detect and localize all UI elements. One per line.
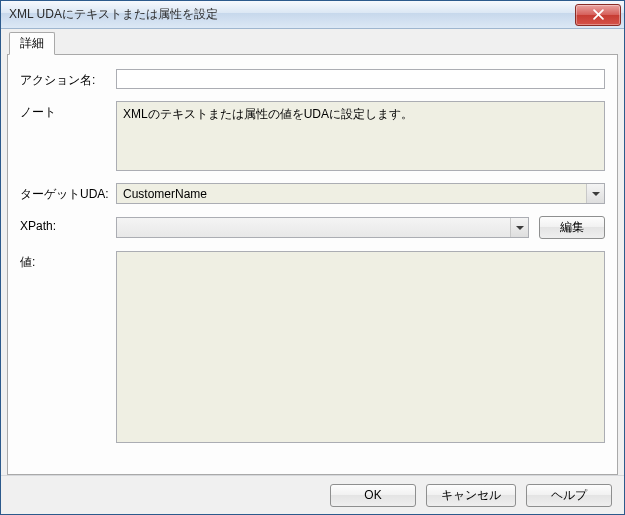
- tab-detail-label: 詳細: [20, 36, 44, 50]
- value-textarea[interactable]: [116, 251, 605, 443]
- row-value: 値:: [20, 251, 605, 443]
- row-xpath: XPath: 編集: [20, 216, 605, 239]
- chevron-down-icon: [586, 184, 604, 203]
- close-button[interactable]: [575, 4, 621, 26]
- row-target-uda: ターゲットUDA: CustomerName: [20, 183, 605, 204]
- close-icon: [593, 9, 604, 20]
- title-bar: XML UDAにテキストまたは属性を設定: [1, 1, 624, 29]
- ok-button[interactable]: OK: [330, 484, 416, 507]
- action-name-input[interactable]: [116, 69, 605, 89]
- tab-strip: 詳細: [7, 35, 618, 55]
- label-target-uda: ターゲットUDA:: [20, 183, 116, 203]
- content-area: 詳細 アクション名: ノート XMLのテキストまたは属性の値をUDAに設定します…: [1, 29, 624, 475]
- row-action-name: アクション名:: [20, 69, 605, 89]
- label-action-name: アクション名:: [20, 69, 116, 89]
- note-textarea[interactable]: XMLのテキストまたは属性の値をUDAに設定します。: [116, 101, 605, 171]
- cancel-button-label: キャンセル: [441, 488, 501, 502]
- target-uda-selected: CustomerName: [123, 187, 207, 201]
- edit-button[interactable]: 編集: [539, 216, 605, 239]
- window-title: XML UDAにテキストまたは属性を設定: [9, 6, 575, 23]
- help-button[interactable]: ヘルプ: [526, 484, 612, 507]
- tab-detail[interactable]: 詳細: [9, 32, 55, 55]
- ok-button-label: OK: [364, 488, 381, 502]
- edit-button-label: 編集: [560, 220, 584, 234]
- help-button-label: ヘルプ: [551, 488, 587, 502]
- cancel-button[interactable]: キャンセル: [426, 484, 516, 507]
- tab-panel-detail: アクション名: ノート XMLのテキストまたは属性の値をUDAに設定します。 タ…: [7, 54, 618, 475]
- dialog-footer: OK キャンセル ヘルプ: [1, 475, 624, 514]
- label-note: ノート: [20, 101, 116, 121]
- row-note: ノート XMLのテキストまたは属性の値をUDAに設定します。: [20, 101, 605, 171]
- target-uda-combobox[interactable]: CustomerName: [116, 183, 605, 204]
- dialog-window: XML UDAにテキストまたは属性を設定 詳細 アクション名: ノート: [0, 0, 625, 515]
- xpath-combobox[interactable]: [116, 217, 529, 238]
- label-xpath: XPath:: [20, 216, 116, 233]
- label-value: 値:: [20, 251, 116, 271]
- chevron-down-icon: [510, 218, 528, 237]
